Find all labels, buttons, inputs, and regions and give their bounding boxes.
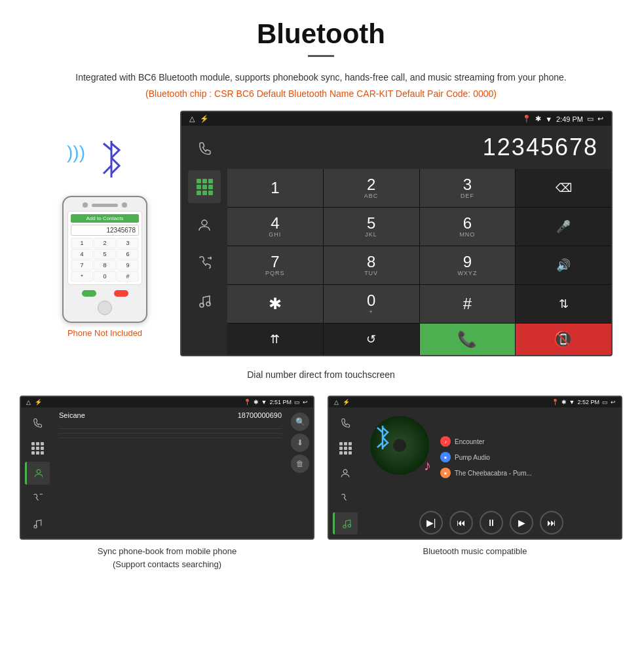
key-6[interactable]: 6MNO [420, 208, 516, 246]
download-contacts-button[interactable]: ⬇ [291, 434, 309, 452]
key-swap[interactable]: ↺ [324, 324, 419, 355]
contacts-sidebar [21, 407, 54, 538]
sidebar-contacts-icon[interactable] [188, 208, 221, 241]
key-7[interactable]: 7PQRS [227, 246, 323, 284]
key-2[interactable]: 2ABC [324, 169, 419, 207]
phone-key-5[interactable]: 5 [94, 249, 116, 259]
sidebar-recent-icon[interactable] [188, 246, 221, 279]
car-screen-dial: △ ⚡ 📍 ✱ ▼ 2:49 PM ▭ ↩ [180, 111, 613, 356]
music-back-icon[interactable]: ↩ [611, 399, 616, 405]
top-section: ))) Add to Contacts [20, 111, 622, 356]
ms-recent-icon[interactable] [333, 487, 358, 510]
phone-key-6[interactable]: 6 [117, 249, 139, 259]
contact-row-2[interactable] [59, 429, 282, 434]
key-star[interactable]: ✱ [227, 285, 323, 323]
track-dot-2: ● [440, 452, 451, 462]
play-button[interactable]: ▶ [510, 511, 533, 534]
play-prev-button[interactable]: ▶| [419, 511, 443, 534]
contacts-back-icon[interactable]: ↩ [303, 399, 308, 405]
cs-music-icon[interactable] [25, 512, 50, 534]
title-divider [308, 55, 334, 57]
phone-key-7[interactable]: 7 [71, 260, 93, 271]
fast-forward-button[interactable]: ⏭ [540, 511, 563, 534]
back-icon[interactable]: ↩ [597, 115, 603, 123]
sidebar-dialpad-icon[interactable] [188, 170, 221, 203]
key-transfer[interactable]: ⇅ [516, 285, 611, 323]
key-4[interactable]: 4GHI [227, 208, 323, 246]
key-mute[interactable]: 🎤 [516, 208, 611, 246]
phone-device: Add to Contacts 12345678 1 2 3 4 5 6 7 8… [62, 196, 147, 323]
key-3[interactable]: 3DEF [420, 169, 516, 207]
rewind-button[interactable]: ⏮ [449, 511, 473, 534]
phone-key-3[interactable]: 3 [117, 238, 139, 248]
music-bt-icon: ✱ [561, 399, 567, 405]
phone-not-included-label: Phone Not Included [67, 328, 142, 338]
key-0[interactable]: 0+ [324, 285, 419, 323]
contacts-screen-wrapper: △ ⚡ 📍 ✱ ▼ 2:51 PM ▭ ↩ [20, 396, 314, 570]
battery-icon: ▭ [587, 115, 594, 123]
phone-bottom-bar [67, 289, 142, 298]
phone-key-4[interactable]: 4 [71, 249, 93, 259]
track-item-3[interactable]: ● The Cheebacabra - Pum... [438, 466, 616, 480]
home-icon[interactable]: △ [189, 115, 195, 123]
phone-keypad: 1 2 3 4 5 6 7 8 9 * 0 # [71, 238, 139, 282]
phone-key-1[interactable]: 1 [71, 238, 93, 248]
key-9[interactable]: 9WXYZ [420, 246, 516, 284]
pause-button[interactable]: ⏸ [480, 511, 503, 534]
phone-key-8[interactable]: 8 [94, 260, 116, 271]
music-content: ♪ ♪ Encounter ● Pump Audio [362, 407, 621, 538]
phone-end-button[interactable] [114, 290, 128, 297]
ms-music-icon[interactable] [333, 512, 358, 534]
sidebar-phone-icon[interactable] [188, 132, 221, 165]
time-display: 2:49 PM [556, 115, 583, 123]
contact-row-3[interactable] [59, 434, 282, 438]
car-screen-contacts: △ ⚡ 📍 ✱ ▼ 2:51 PM ▭ ↩ [20, 396, 314, 540]
location-icon: 📍 [522, 115, 531, 123]
key-hash[interactable]: # [420, 285, 516, 323]
key-call-red[interactable]: 📵 [516, 324, 611, 355]
phone-add-contacts[interactable]: Add to Contacts [71, 214, 139, 223]
ms-phone-icon[interactable] [333, 411, 358, 434]
ms-dialpad-icon[interactable] [333, 437, 358, 459]
music-phone-app: ♪ ♪ Encounter ● Pump Audio [329, 407, 621, 538]
key-1[interactable]: 1 [227, 169, 323, 207]
phone-key-star[interactable]: * [71, 271, 93, 282]
phone-key-9[interactable]: 9 [117, 260, 139, 271]
key-8[interactable]: 8TUV [324, 246, 419, 284]
search-contacts-button[interactable]: 🔍 [291, 413, 309, 431]
contacts-home-icon[interactable]: △ [26, 399, 31, 405]
subtitle-text: Integrated with BC6 Bluetooth module, su… [0, 70, 642, 84]
phone-key-hash[interactable]: # [117, 271, 139, 282]
phone-call-button[interactable] [82, 290, 96, 297]
key-merge[interactable]: ⇈ [227, 324, 323, 355]
cs-recent-icon[interactable] [25, 487, 50, 510]
track-dot-1: ♪ [440, 436, 451, 447]
dial-phone-app: 12345678 1 2ABC 3DEF ⌫ 4GHI 5JKL 6MNO [181, 126, 611, 355]
delete-contacts-button[interactable]: 🗑 [291, 455, 309, 473]
key-speaker[interactable]: 🔊 [516, 246, 611, 284]
sidebar-music-icon[interactable] [188, 284, 221, 317]
contacts-status-bar: △ ⚡ 📍 ✱ ▼ 2:51 PM ▭ ↩ [21, 397, 313, 407]
contacts-signal-icon: ▼ [261, 399, 267, 405]
key-5[interactable]: 5JKL [324, 208, 419, 246]
track-item-2[interactable]: ● Pump Audio [438, 450, 616, 464]
music-status-bar: △ ⚡ 📍 ✱ ▼ 2:52 PM ▭ ↩ [329, 397, 621, 407]
phone-key-0[interactable]: 0 [94, 271, 116, 282]
contacts-usb-icon: ⚡ [35, 399, 42, 405]
ms-contacts-icon[interactable] [333, 462, 358, 484]
music-home-icon[interactable]: △ [334, 399, 339, 405]
track-item-1[interactable]: ♪ Encounter [438, 434, 616, 449]
bluetooth-status-icon: ✱ [535, 115, 541, 123]
phone-key-2[interactable]: 2 [94, 238, 116, 248]
cs-contacts-icon[interactable] [25, 462, 50, 484]
key-backspace[interactable]: ⌫ [516, 169, 611, 207]
key-call-green[interactable]: 📞 [420, 324, 516, 355]
cs-phone-icon[interactable] [25, 411, 50, 434]
cs-dialpad-icon[interactable] [25, 437, 50, 459]
music-visual: ♪ [367, 413, 432, 478]
phone-home-button[interactable] [98, 301, 112, 315]
specs-text: (Bluetooth chip : CSR BC6 Default Blueto… [0, 88, 642, 99]
contact-row-1[interactable] [59, 424, 282, 429]
contact-name: Seicane [59, 411, 85, 419]
music-location-icon: 📍 [552, 399, 559, 405]
